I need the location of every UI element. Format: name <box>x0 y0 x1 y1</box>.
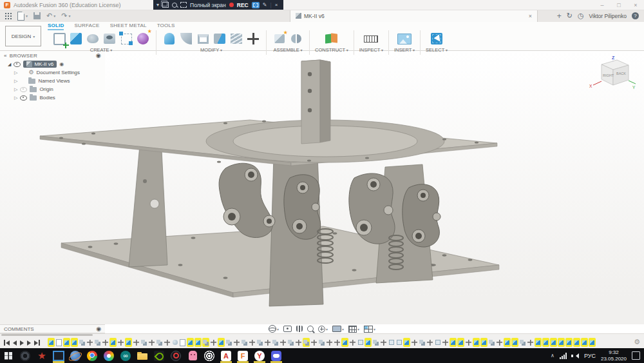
timeline-feature-12[interactable] <box>133 338 140 347</box>
timeline-feature-31[interactable] <box>279 338 287 347</box>
pattern-button[interactable] <box>118 31 134 47</box>
timeline-feature-20[interactable] <box>194 338 202 347</box>
timeline-feature-46[interactable] <box>395 338 402 347</box>
ribbon-tab-surface[interactable]: SURFACE <box>74 23 99 30</box>
discord-app[interactable] <box>268 348 285 363</box>
fit-button[interactable]: ▾ <box>318 326 328 333</box>
back-face-label[interactable]: BACK <box>616 72 626 75</box>
star-app[interactable]: ★ <box>33 348 50 363</box>
form-button[interactable] <box>135 31 151 47</box>
timeline-feature-62[interactable] <box>519 338 526 347</box>
arduino-ide[interactable]: ∞ <box>117 348 134 363</box>
timeline-feature-57[interactable] <box>480 338 488 347</box>
ribbon-tab-tools[interactable]: TOOLS <box>157 23 175 30</box>
timeline-feature-13[interactable] <box>140 338 147 347</box>
recorder-dropdown-icon[interactable]: ▾ <box>156 2 159 8</box>
timeline-feature-63[interactable] <box>527 338 534 347</box>
timeline-feature-56[interactable] <box>473 338 480 347</box>
comments-bar[interactable]: COMMENTS ◉ <box>0 324 105 333</box>
expand-arrow-icon[interactable]: ▷ <box>14 95 17 101</box>
timeline-feature-61[interactable] <box>511 338 518 347</box>
collapse-panel-icon[interactable]: « <box>4 53 7 59</box>
timeline-feature-18[interactable] <box>179 338 186 347</box>
timeline-feature-66[interactable] <box>550 338 557 347</box>
workspace-switcher[interactable]: DESIGN ▾ <box>5 26 41 46</box>
tray-expand-chevron-icon[interactable]: ∧ <box>551 353 554 358</box>
webcam-toggle-icon[interactable] <box>252 2 260 8</box>
display-button[interactable]: ▾ <box>332 326 344 332</box>
timeline-feature-30[interactable] <box>272 338 279 347</box>
timeline-feature-35[interactable] <box>310 338 317 347</box>
timeline-feature-34[interactable] <box>303 338 310 347</box>
timeline-feature-47[interactable] <box>403 338 410 347</box>
target-app[interactable] <box>201 348 218 363</box>
timeline-feature-3[interactable] <box>63 338 70 347</box>
timeline-feature-54[interactable] <box>457 338 464 347</box>
pan-button[interactable] <box>296 326 303 332</box>
timeline-feature-5[interactable] <box>79 338 86 347</box>
ribbon-tab-sheet-metal[interactable]: SHEET METAL <box>110 23 147 30</box>
timeline-feature-40[interactable] <box>349 338 356 347</box>
expand-arrow-icon[interactable]: ▷ <box>14 70 17 75</box>
step-forward-button[interactable] <box>27 340 31 346</box>
file-menu-button[interactable]: ▾ <box>17 12 28 21</box>
timeline-feature-59[interactable] <box>496 338 503 347</box>
user-name[interactable]: Viktor Pilipenko <box>589 13 627 19</box>
timeline-feature-10[interactable] <box>117 338 124 347</box>
view-cube-graphic[interactable]: Z RIGHT BACK X Y <box>589 54 638 95</box>
group-label-construct[interactable]: CONSTRUCT <box>315 47 348 53</box>
timeline-feature-41[interactable] <box>357 338 364 347</box>
timeline-feature-33[interactable] <box>295 338 302 347</box>
timeline-feature-45[interactable] <box>388 338 395 347</box>
timeline-feature-26[interactable] <box>241 338 248 347</box>
panel-options-icon[interactable]: ◉ <box>96 326 101 332</box>
group-label-assemble[interactable]: ASSEMBLE <box>273 47 302 53</box>
selectbox-button[interactable] <box>429 31 444 47</box>
timeline-feature-67[interactable] <box>558 338 565 347</box>
timeline-feature-25[interactable] <box>233 338 240 347</box>
timeline-feature-36[interactable] <box>318 338 325 347</box>
activate-component-icon[interactable]: ◉ <box>59 61 64 67</box>
recorder-close-icon[interactable]: × <box>275 2 278 8</box>
speaker-icon[interactable] <box>573 353 579 358</box>
shell-button[interactable] <box>195 31 211 47</box>
fillet-button[interactable] <box>178 31 194 47</box>
image-button[interactable] <box>397 31 412 47</box>
undo-button[interactable]: ↶▾ <box>46 12 55 19</box>
timeline-feature-22[interactable] <box>210 338 217 347</box>
browser-item-named-views[interactable]: ▷Named Views <box>0 77 105 85</box>
timeline-scrollbar[interactable] <box>1 334 93 336</box>
window-capture-icon[interactable] <box>162 2 169 8</box>
timeline-feature-29[interactable] <box>264 338 271 347</box>
revolve-button[interactable] <box>85 31 100 47</box>
visibility-eye-icon[interactable] <box>20 95 27 101</box>
timeline-feature-7[interactable] <box>94 338 101 347</box>
chrome-browser[interactable] <box>84 348 100 363</box>
timeline-feature-27[interactable] <box>249 338 256 347</box>
save-button[interactable] <box>33 12 41 19</box>
timeline-feature-9[interactable] <box>109 338 117 347</box>
timeline-feature-53[interactable] <box>450 338 457 347</box>
timeline-feature-44[interactable] <box>380 338 387 347</box>
timeline-feature-21[interactable] <box>202 338 209 347</box>
joint-button[interactable] <box>289 31 304 47</box>
rec-label[interactable]: REC <box>237 2 249 8</box>
movetool-button[interactable] <box>245 31 261 47</box>
timeline-feature-6[interactable] <box>86 338 93 347</box>
minimize-button[interactable]: – <box>594 0 611 10</box>
pencil-icon[interactable]: ✎ <box>263 2 267 8</box>
photos-app[interactable] <box>100 348 117 363</box>
timeline-feature-8[interactable] <box>102 338 109 347</box>
timeline-feature-37[interactable] <box>326 338 333 347</box>
timeline-feature-65[interactable] <box>542 338 549 347</box>
zoom-capture-icon[interactable] <box>172 3 177 8</box>
yandex-browser[interactable]: Y <box>251 348 268 363</box>
view-cube[interactable]: Z RIGHT BACK X Y <box>589 54 638 95</box>
timeline-feature-71[interactable] <box>589 338 596 347</box>
timeline-feature-68[interactable] <box>565 338 573 347</box>
timeline-feature-1[interactable] <box>48 338 55 347</box>
camera-app[interactable] <box>17 348 33 363</box>
browser-item-origin[interactable]: ▷Origin <box>0 85 105 93</box>
group-label-select[interactable]: SELECT <box>426 47 448 53</box>
expand-arrow-icon[interactable]: ▷ <box>14 79 17 84</box>
